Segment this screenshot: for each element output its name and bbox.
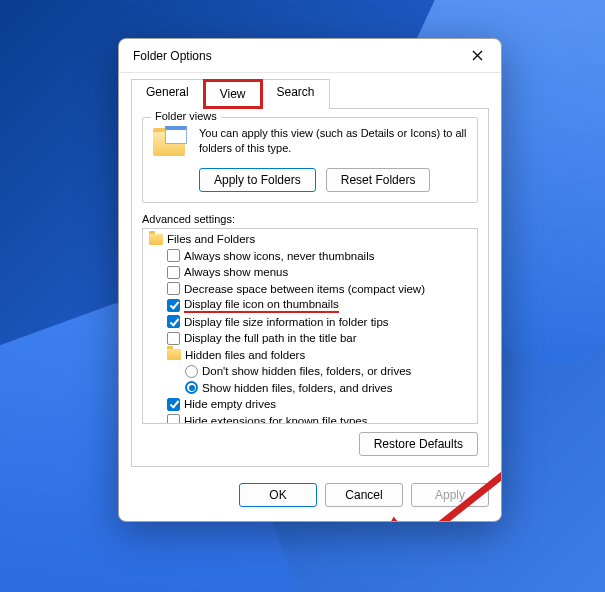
tree-checkbox-item[interactable]: Always show menus: [143, 264, 477, 281]
tree-checkbox-item[interactable]: Hide extensions for known file types: [143, 413, 477, 425]
tree-radio-item[interactable]: Don't show hidden files, folders, or dri…: [143, 363, 477, 380]
tab-search[interactable]: Search: [262, 79, 330, 109]
tree-checkbox-item[interactable]: Display file size information in folder …: [143, 314, 477, 331]
group-title: Folder views: [151, 110, 221, 122]
tree-label: Display file size information in folder …: [184, 316, 389, 328]
checkbox-icon[interactable]: [167, 398, 180, 411]
tree-label: Display file icon on thumbnails: [184, 298, 339, 313]
checkbox-icon[interactable]: [167, 332, 180, 345]
cancel-button[interactable]: Cancel: [325, 483, 403, 507]
checkbox-icon[interactable]: [167, 249, 180, 262]
reset-folders-button[interactable]: Reset Folders: [326, 168, 431, 192]
radio-icon[interactable]: [185, 365, 198, 378]
tab-general[interactable]: General: [131, 79, 204, 109]
folder-view-icon: [151, 126, 189, 160]
apply-to-folders-button[interactable]: Apply to Folders: [199, 168, 316, 192]
tree-checkbox-item[interactable]: Always show icons, never thumbnails: [143, 248, 477, 265]
apply-button: Apply: [411, 483, 489, 507]
tree-label: Always show menus: [184, 266, 288, 278]
folder-options-dialog: Folder Options General View Search Folde…: [118, 38, 502, 522]
tree-radio-item[interactable]: Show hidden files, folders, and drives: [143, 380, 477, 397]
tree-group-files-folders[interactable]: Files and Folders: [143, 231, 477, 248]
tree-label: Hidden files and folders: [185, 349, 305, 361]
checkbox-icon[interactable]: [167, 299, 180, 312]
folder-views-description: You can apply this view (such as Details…: [199, 126, 469, 160]
tree-checkbox-item[interactable]: Decrease space between items (compact vi…: [143, 281, 477, 298]
tab-view[interactable]: View: [203, 79, 263, 109]
dialog-button-row: OK Cancel Apply: [119, 477, 501, 521]
close-icon: [472, 50, 483, 61]
titlebar: Folder Options: [119, 39, 501, 73]
tab-panel-view: Folder views You can apply this view (su…: [131, 108, 489, 467]
tree-checkbox-item[interactable]: Hide empty drives: [143, 396, 477, 413]
advanced-settings-label: Advanced settings:: [142, 213, 478, 225]
tab-bar: General View Search: [119, 73, 501, 109]
folder-icon: [149, 234, 163, 245]
checkbox-icon[interactable]: [167, 414, 180, 424]
restore-defaults-button[interactable]: Restore Defaults: [359, 432, 478, 456]
close-button[interactable]: [463, 42, 491, 70]
radio-icon[interactable]: [185, 381, 198, 394]
tree-label: Always show icons, never thumbnails: [184, 250, 374, 262]
ok-button[interactable]: OK: [239, 483, 317, 507]
dialog-title: Folder Options: [133, 49, 212, 63]
tree-checkbox-item[interactable]: Display file icon on thumbnails: [143, 297, 477, 314]
tree-label: Display the full path in the title bar: [184, 332, 357, 344]
tree-label: Show hidden files, folders, and drives: [202, 382, 393, 394]
checkbox-icon[interactable]: [167, 315, 180, 328]
tree-label: Decrease space between items (compact vi…: [184, 283, 425, 295]
folder-icon: [167, 349, 181, 360]
folder-views-group: Folder views You can apply this view (su…: [142, 117, 478, 203]
tree-group-hidden-files[interactable]: Hidden files and folders: [143, 347, 477, 364]
advanced-settings-tree[interactable]: Files and Folders Always show icons, nev…: [142, 228, 478, 424]
checkbox-icon[interactable]: [167, 266, 180, 279]
tree-label: Hide extensions for known file types: [184, 415, 367, 424]
tree-label: Don't show hidden files, folders, or dri…: [202, 365, 411, 377]
checkbox-icon[interactable]: [167, 282, 180, 295]
tree-checkbox-item[interactable]: Display the full path in the title bar: [143, 330, 477, 347]
tree-label: Hide empty drives: [184, 398, 276, 410]
tree-label: Files and Folders: [167, 233, 255, 245]
